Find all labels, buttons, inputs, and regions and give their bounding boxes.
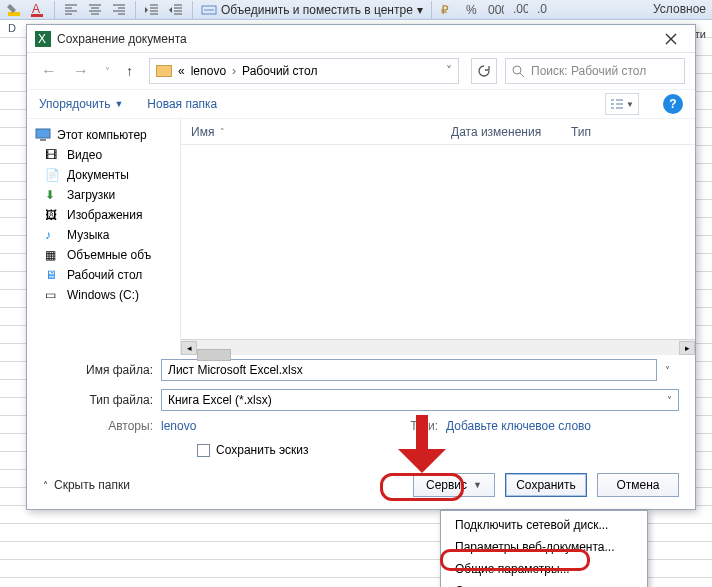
menu-map-network-drive[interactable]: Подключить сетевой диск... bbox=[441, 514, 647, 536]
tags-value[interactable]: Добавьте ключевое слово bbox=[446, 419, 591, 433]
list-header: Имя ˄ Дата изменения Тип bbox=[181, 119, 695, 145]
save-thumbnail-label[interactable]: Сохранить эскиз bbox=[216, 443, 309, 457]
currency-icon[interactable]: ₽ bbox=[440, 2, 456, 18]
search-box[interactable]: Поиск: Рабочий стол bbox=[505, 58, 685, 84]
tree-drive-c[interactable]: Windows (C:) bbox=[27, 285, 180, 305]
scroll-right-button[interactable]: ▸ bbox=[679, 341, 695, 355]
nav-bar: ← → ˅ ↑ « lenovo › Рабочий стол ˅ Поиск:… bbox=[27, 53, 695, 89]
images-icon bbox=[45, 208, 61, 222]
filetype-combobox[interactable]: Книга Excel (*.xlsx) ˅ bbox=[161, 389, 679, 411]
tags-label: Теги: bbox=[410, 419, 438, 433]
filename-input[interactable] bbox=[161, 359, 657, 381]
filename-dropdown-icon[interactable]: ˅ bbox=[665, 365, 679, 376]
nav-back-button[interactable]: ← bbox=[37, 60, 61, 82]
nav-up-button[interactable]: ↑ bbox=[122, 61, 137, 81]
percent-icon[interactable]: % bbox=[464, 2, 480, 18]
tree-3d-objects[interactable]: Объемные объ bbox=[27, 245, 180, 265]
drive-icon bbox=[45, 288, 61, 302]
align-left-icon[interactable] bbox=[63, 2, 79, 18]
tree-downloads[interactable]: Загрузки bbox=[27, 185, 180, 205]
tree-label: Этот компьютер bbox=[57, 128, 147, 142]
ribbon-toolbar: A Объединить и поместить в центре ▾ ₽ % … bbox=[0, 0, 712, 20]
close-button[interactable] bbox=[655, 28, 687, 50]
dialog-body: Этот компьютер Видео Документы Загрузки … bbox=[27, 119, 695, 355]
col-name-header[interactable]: Имя ˄ bbox=[181, 125, 441, 139]
align-center-icon[interactable] bbox=[87, 2, 103, 18]
tree-this-pc[interactable]: Этот компьютер bbox=[27, 125, 180, 145]
svg-text:₽: ₽ bbox=[441, 3, 449, 17]
chevron-right-icon[interactable]: › bbox=[232, 64, 236, 78]
tree-label: Видео bbox=[67, 148, 102, 162]
search-placeholder: Поиск: Рабочий стол bbox=[531, 64, 646, 78]
new-folder-button[interactable]: Новая папка bbox=[147, 97, 217, 111]
indent-decrease-icon[interactable] bbox=[144, 2, 160, 18]
sort-caret-icon: ˄ bbox=[220, 127, 225, 137]
menu-compress-pictures[interactable]: Сжать рисунки... bbox=[441, 580, 647, 587]
svg-rect-13 bbox=[40, 139, 46, 141]
file-list-pane[interactable]: Имя ˄ Дата изменения Тип ◂ ▸ bbox=[181, 119, 695, 355]
save-thumbnail-checkbox[interactable] bbox=[197, 444, 210, 457]
increase-decimal-icon[interactable]: .00 bbox=[512, 2, 528, 18]
col-type-header[interactable]: Тип bbox=[561, 125, 695, 139]
documents-icon bbox=[45, 168, 61, 182]
scroll-thumb[interactable] bbox=[197, 349, 231, 361]
excel-app-icon: X bbox=[35, 31, 51, 47]
path-seg-lenovo[interactable]: lenovo bbox=[191, 64, 226, 78]
tree-images[interactable]: Изображения bbox=[27, 205, 180, 225]
view-icon bbox=[610, 98, 624, 110]
align-right-icon[interactable] bbox=[111, 2, 127, 18]
tree-music[interactable]: Музыка bbox=[27, 225, 180, 245]
chevron-down-icon: ▼ bbox=[473, 480, 482, 490]
save-as-dialog: X Сохранение документа ← → ˅ ↑ « lenovo … bbox=[26, 24, 696, 510]
menu-web-options[interactable]: Параметры веб-документа... bbox=[441, 536, 647, 558]
separator bbox=[192, 1, 193, 19]
svg-rect-12 bbox=[36, 129, 50, 138]
path-seg-desktop[interactable]: Рабочий стол bbox=[242, 64, 317, 78]
organize-button[interactable]: Упорядочить ▼ bbox=[39, 97, 123, 111]
svg-text:.0: .0 bbox=[537, 2, 547, 16]
chevron-down-icon: ˅ bbox=[667, 395, 672, 406]
filename-row: Имя файла: ˅ bbox=[27, 355, 695, 385]
path-prefix: « bbox=[178, 64, 185, 78]
conditional-format-label[interactable]: Условное bbox=[653, 2, 706, 16]
folder-tree[interactable]: Этот компьютер Видео Документы Загрузки … bbox=[27, 119, 181, 355]
cancel-button[interactable]: Отмена bbox=[597, 473, 679, 497]
scroll-left-button[interactable]: ◂ bbox=[181, 341, 197, 355]
help-button[interactable]: ? bbox=[663, 94, 683, 114]
tree-documents[interactable]: Документы bbox=[27, 165, 180, 185]
menu-general-options[interactable]: Общие параметры... bbox=[441, 558, 647, 580]
address-dropdown-icon[interactable]: ˅ bbox=[446, 64, 452, 78]
tree-desktop[interactable]: Рабочий стол bbox=[27, 265, 180, 285]
column-d-header[interactable]: D bbox=[8, 22, 16, 34]
address-bar[interactable]: « lenovo › Рабочий стол ˅ bbox=[149, 58, 459, 84]
save-button[interactable]: Сохранить bbox=[505, 473, 587, 497]
merge-center-label: Объединить и поместить в центре bbox=[221, 3, 413, 17]
decrease-decimal-icon[interactable]: .0 bbox=[536, 2, 552, 18]
merge-center-button[interactable]: Объединить и поместить в центре ▾ bbox=[201, 2, 423, 18]
fill-color-icon[interactable] bbox=[6, 2, 22, 18]
horizontal-scrollbar[interactable]: ◂ ▸ bbox=[181, 339, 695, 355]
font-color-icon[interactable]: A bbox=[30, 2, 46, 18]
meta-row: Авторы: lenovo Теги: Добавьте ключевое с… bbox=[27, 415, 695, 437]
tree-video[interactable]: Видео bbox=[27, 145, 180, 165]
search-icon bbox=[512, 65, 525, 78]
separator bbox=[54, 1, 55, 19]
svg-text:000: 000 bbox=[488, 3, 504, 17]
filename-label: Имя файла: bbox=[67, 363, 153, 377]
indent-increase-icon[interactable] bbox=[168, 2, 184, 18]
dialog-footer: ˄ Скрыть папки Сервис ▼ Сохранить Отмена bbox=[27, 463, 695, 507]
video-icon bbox=[45, 148, 61, 162]
ribbon-right-group: Условное bbox=[653, 2, 706, 16]
tree-label: Музыка bbox=[67, 228, 109, 242]
service-button[interactable]: Сервис ▼ bbox=[413, 473, 495, 497]
authors-value[interactable]: lenovo bbox=[161, 419, 196, 433]
col-date-header[interactable]: Дата изменения bbox=[441, 125, 561, 139]
desktop-icon bbox=[45, 268, 61, 282]
separator bbox=[431, 1, 432, 19]
filetype-label: Тип файла: bbox=[67, 393, 153, 407]
refresh-button[interactable] bbox=[471, 58, 497, 84]
hide-folders-button[interactable]: ˄ Скрыть папки bbox=[43, 478, 130, 492]
view-mode-button[interactable]: ▼ bbox=[605, 93, 639, 115]
nav-history-dropdown[interactable]: ˅ bbox=[101, 64, 114, 79]
comma-icon[interactable]: 000 bbox=[488, 2, 504, 18]
